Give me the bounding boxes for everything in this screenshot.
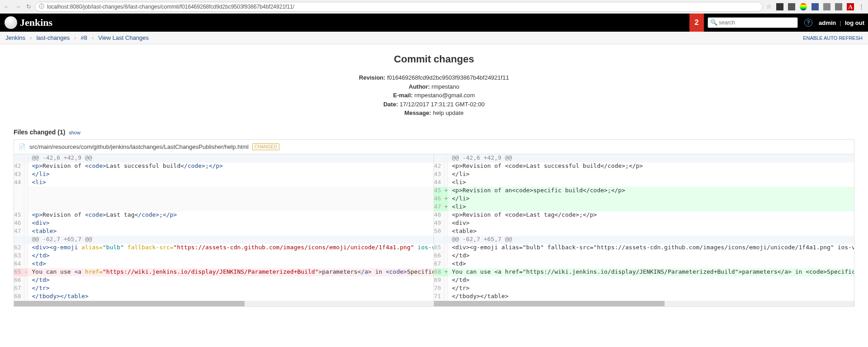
diff-line: 47+ <li> [434, 203, 854, 211]
ext-icon-2[interactable] [788, 3, 795, 10]
breadcrumb-bar: Jenkins › last-changes › #8 › View Last … [0, 32, 868, 44]
jenkins-logo-icon [5, 16, 17, 29]
diff-line: 50 <table> [434, 228, 854, 236]
diff-line: 44 <li> [434, 179, 854, 187]
date-label: Date: [383, 101, 398, 108]
diff-line: 45+ <p>Revision of an<code>specific buil… [434, 187, 854, 195]
diff-line: 65- You can use <a href="https://wiki.je… [14, 268, 434, 276]
ext-icon-3[interactable] [800, 3, 807, 10]
url-bar[interactable]: ⓘ localhost:8080/job/last-changes/8/last… [35, 2, 763, 12]
diff-line: 64 <td> [14, 260, 434, 268]
notification-badge[interactable]: 2 [689, 14, 704, 32]
diff-line: 67 </tr> [14, 285, 434, 293]
file-header[interactable]: 📄 src/main/resources/com/github/jenkins/… [14, 140, 854, 154]
email-value: rmpestano@gmail.com [415, 92, 475, 99]
horizontal-scrollbar[interactable] [14, 301, 854, 306]
hunk-header: @@ -42,6 +42,9 @@ [434, 154, 854, 162]
diff-line: 49 <div> [434, 219, 854, 228]
user-link[interactable]: admin [815, 19, 840, 26]
diff-line: 68 </tbody></table> [14, 293, 434, 301]
ext-icon-5[interactable] [823, 3, 830, 10]
diff-left[interactable]: @@ -42,6 +42,9 @@42 <p>Revision of <code… [14, 154, 434, 301]
diff-line: 70 </tr> [434, 285, 854, 293]
url-text: localhost:8080/job/last-changes/8/last-c… [47, 4, 294, 10]
author-label: Author: [409, 83, 430, 90]
files-changed-title: Files changed (1) [14, 128, 65, 136]
diff-line: 48 <p>Revision of <code>Last tag</code>;… [434, 211, 854, 219]
diff-line: 44 <li> [14, 179, 434, 187]
email-label: E-mail: [393, 92, 413, 99]
forward-icon[interactable]: → [15, 3, 21, 10]
files-changed-header: Files changed (1) show [14, 128, 854, 136]
diff-line: 43 </li> [14, 171, 434, 179]
back-icon[interactable]: ← [4, 3, 9, 10]
main-content: Commit changes Revision: f016469268fcd9d… [0, 44, 868, 316]
diff-line [14, 187, 434, 195]
show-link[interactable]: show [69, 130, 80, 135]
diff-line: 67 <td> [434, 260, 854, 268]
diff-line [14, 195, 434, 203]
info-icon[interactable]: ⓘ [39, 3, 44, 10]
diff-line: 43 </li> [434, 171, 854, 179]
diff-line: 71 </tbody></table> [434, 293, 854, 301]
ext-icon-4[interactable] [811, 3, 819, 10]
breadcrumb-jenkins[interactable]: Jenkins [5, 34, 25, 41]
diff-line: 46+ </li> [434, 195, 854, 203]
diff-line: 63 </td> [14, 252, 434, 260]
revision-value: f016469268fcd9d2bc9503f93867b4bf24921f11 [387, 74, 509, 81]
reload-icon[interactable]: ↻ [26, 3, 31, 10]
auto-refresh-link[interactable]: ENABLE AUTO REFRESH [803, 35, 863, 41]
diff-line: 62 <div><g-emoji alias="bulb" fallback-s… [14, 244, 434, 252]
page-title: Commit changes [14, 53, 854, 65]
search-icon: 🔍 [710, 19, 717, 26]
hunk-header: @@ -42,6 +42,9 @@ [14, 154, 434, 162]
diff-line [14, 203, 434, 211]
star-icon[interactable]: ☆ [766, 3, 772, 10]
browser-bar: ← → ↻ ⓘ localhost:8080/job/last-changes/… [0, 0, 868, 14]
file-path: src/main/resources/com/github/jenkins/la… [29, 143, 249, 150]
breadcrumb-page[interactable]: View Last Changes [98, 34, 149, 41]
help-icon[interactable]: ? [804, 19, 812, 27]
logout-link[interactable]: log out [841, 19, 868, 26]
menu-icon[interactable]: ⋮ [859, 3, 864, 10]
diff-line: 68+ You can use <a href="https://wiki.je… [434, 268, 854, 276]
message-label: Message: [405, 109, 431, 116]
jenkins-logo[interactable]: Jenkins [0, 16, 57, 29]
file-box: 📄 src/main/resources/com/github/jenkins/… [14, 139, 854, 307]
breadcrumb-job[interactable]: last-changes [36, 34, 70, 41]
scrollbar-thumb-left[interactable] [14, 301, 245, 306]
search-box: 🔍 [708, 17, 798, 28]
ext-icon-7[interactable]: A [847, 3, 854, 10]
diff-right[interactable]: @@ -42,6 +42,9 @@42 <p>Revision of <code… [434, 154, 854, 301]
message-value: help update [433, 109, 463, 116]
chevron-right-icon: › [74, 34, 76, 41]
ext-icon-1[interactable] [776, 3, 783, 10]
hunk-header: @@ -62,7 +65,7 @@ [14, 236, 434, 244]
breadcrumb-build[interactable]: #8 [80, 34, 87, 41]
commit-meta: Revision: f016469268fcd9d2bc9503f93867b4… [14, 73, 854, 118]
scrollbar-thumb-right[interactable] [434, 301, 665, 306]
author-value: rmpestano [432, 83, 459, 90]
diff-line: 66 </td> [14, 276, 434, 285]
jenkins-header: Jenkins 2 🔍 ? admin | log out [0, 14, 868, 32]
ext-icon-6[interactable] [835, 3, 842, 10]
hunk-header: @@ -62,7 +65,7 @@ [434, 236, 854, 244]
changed-badge: CHANGED [252, 143, 279, 150]
diff-line: 42 <p>Revision of <code>Last successful … [14, 162, 434, 171]
revision-label: Revision: [359, 74, 386, 81]
diff-line: 46 <div> [14, 219, 434, 228]
jenkins-logo-text: Jenkins [20, 17, 52, 29]
diff-container: @@ -42,6 +42,9 @@42 <p>Revision of <code… [14, 154, 854, 301]
diff-line: 65 <div><g-emoji alias="bulb" fallback-s… [434, 244, 854, 252]
diff-line: 45 <p>Revision of <code>Last tag</code>;… [14, 211, 434, 219]
search-input[interactable] [708, 17, 798, 28]
chevron-right-icon: › [30, 34, 32, 41]
browser-nav: ← → ↻ [4, 3, 31, 10]
diff-line: 69 </td> [434, 276, 854, 285]
chevron-right-icon: › [92, 34, 94, 41]
browser-extensions: A ⋮ [776, 3, 864, 10]
file-icon: 📄 [19, 143, 26, 150]
date-value: 17/12/2017 17:31:21 GMT-02:00 [400, 101, 485, 108]
diff-line: 42 <p>Revision of <code>Last successful … [434, 162, 854, 171]
diff-line: 66 </td> [434, 252, 854, 260]
